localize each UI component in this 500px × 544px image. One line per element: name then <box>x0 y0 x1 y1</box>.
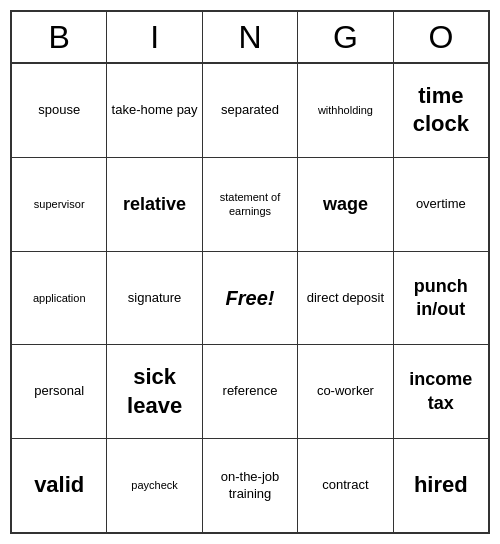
bingo-row: spousetake-home payseparatedwithholdingt… <box>12 64 488 158</box>
bingo-cell: overtime <box>394 158 488 251</box>
bingo-cell: relative <box>107 158 202 251</box>
bingo-card: BINGO spousetake-home payseparatedwithho… <box>10 10 490 534</box>
header-letter: I <box>107 12 202 62</box>
bingo-grid: spousetake-home payseparatedwithholdingt… <box>12 64 488 532</box>
bingo-cell: time clock <box>394 64 488 157</box>
bingo-cell: direct deposit <box>298 252 393 345</box>
bingo-cell: contract <box>298 439 393 532</box>
bingo-cell: supervisor <box>12 158 107 251</box>
bingo-cell: application <box>12 252 107 345</box>
bingo-cell: paycheck <box>107 439 202 532</box>
bingo-cell: sick leave <box>107 345 202 438</box>
bingo-cell: punch in/out <box>394 252 488 345</box>
bingo-cell: income tax <box>394 345 488 438</box>
bingo-cell: co-worker <box>298 345 393 438</box>
bingo-row: validpaycheckon-the-job trainingcontract… <box>12 439 488 532</box>
bingo-cell: signature <box>107 252 202 345</box>
bingo-header: BINGO <box>12 12 488 64</box>
bingo-cell: separated <box>203 64 298 157</box>
header-letter: N <box>203 12 298 62</box>
bingo-cell: Free! <box>203 252 298 345</box>
header-letter: G <box>298 12 393 62</box>
bingo-cell: withholding <box>298 64 393 157</box>
bingo-cell: hired <box>394 439 488 532</box>
bingo-cell: valid <box>12 439 107 532</box>
bingo-cell: statement of earnings <box>203 158 298 251</box>
bingo-row: personalsick leavereferenceco-workerinco… <box>12 345 488 439</box>
header-letter: O <box>394 12 488 62</box>
header-letter: B <box>12 12 107 62</box>
bingo-cell: spouse <box>12 64 107 157</box>
bingo-cell: wage <box>298 158 393 251</box>
bingo-cell: take-home pay <box>107 64 202 157</box>
bingo-cell: on-the-job training <box>203 439 298 532</box>
bingo-cell: personal <box>12 345 107 438</box>
bingo-row: supervisorrelativestatement of earningsw… <box>12 158 488 252</box>
bingo-cell: reference <box>203 345 298 438</box>
bingo-row: applicationsignatureFree!direct depositp… <box>12 252 488 346</box>
